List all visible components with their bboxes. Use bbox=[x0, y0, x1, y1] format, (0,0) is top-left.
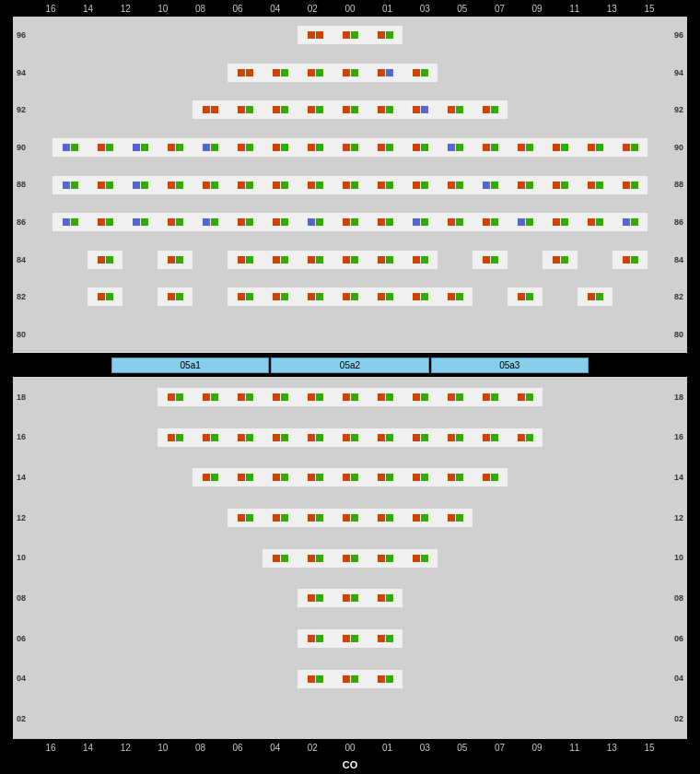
seat[interactable] bbox=[351, 106, 358, 113]
seat[interactable] bbox=[133, 182, 140, 189]
seat[interactable] bbox=[483, 393, 490, 401]
seat[interactable] bbox=[238, 514, 245, 522]
seat[interactable] bbox=[386, 675, 393, 683]
seat[interactable] bbox=[561, 218, 568, 226]
seat[interactable] bbox=[273, 393, 280, 401]
seat[interactable] bbox=[553, 182, 560, 189]
seat[interactable] bbox=[631, 218, 638, 226]
seat[interactable] bbox=[246, 293, 253, 300]
seat[interactable] bbox=[588, 293, 595, 300]
seat[interactable] bbox=[491, 474, 498, 481]
seat[interactable] bbox=[176, 393, 183, 401]
seat[interactable] bbox=[491, 144, 498, 151]
seat[interactable] bbox=[246, 69, 253, 76]
seat[interactable] bbox=[413, 293, 420, 300]
seat[interactable] bbox=[421, 106, 428, 113]
seat[interactable] bbox=[343, 514, 350, 522]
seat[interactable] bbox=[351, 514, 358, 522]
seat[interactable] bbox=[386, 474, 393, 481]
seat[interactable] bbox=[588, 218, 595, 226]
seat[interactable] bbox=[168, 144, 175, 151]
seat[interactable] bbox=[308, 434, 315, 441]
seat[interactable] bbox=[351, 218, 358, 226]
seat[interactable] bbox=[308, 393, 315, 401]
seat[interactable] bbox=[238, 256, 245, 264]
seat[interactable] bbox=[483, 106, 490, 113]
seat[interactable] bbox=[631, 144, 638, 151]
seat[interactable] bbox=[316, 635, 323, 642]
seat[interactable] bbox=[483, 182, 490, 189]
seat[interactable] bbox=[238, 434, 245, 441]
seat[interactable] bbox=[386, 393, 393, 401]
seat[interactable] bbox=[211, 144, 218, 151]
seat[interactable] bbox=[308, 31, 315, 39]
seat[interactable] bbox=[386, 31, 393, 39]
seat[interactable] bbox=[483, 144, 490, 151]
seat[interactable] bbox=[343, 31, 350, 39]
seat[interactable] bbox=[211, 474, 218, 481]
seat[interactable] bbox=[203, 434, 210, 441]
seat[interactable] bbox=[623, 144, 630, 151]
seat[interactable] bbox=[273, 514, 280, 522]
seat[interactable] bbox=[448, 393, 455, 401]
seat[interactable] bbox=[316, 474, 323, 481]
seat[interactable] bbox=[246, 256, 253, 264]
seat[interactable] bbox=[526, 434, 533, 441]
seat[interactable] bbox=[238, 293, 245, 300]
seat[interactable] bbox=[588, 182, 595, 189]
seat[interactable] bbox=[413, 393, 420, 401]
seat[interactable] bbox=[491, 218, 498, 226]
seat[interactable] bbox=[343, 256, 350, 264]
seat[interactable] bbox=[238, 474, 245, 481]
seat[interactable] bbox=[211, 434, 218, 441]
seat[interactable] bbox=[413, 474, 420, 481]
seat[interactable] bbox=[561, 256, 568, 264]
seat[interactable] bbox=[483, 474, 490, 481]
seat[interactable] bbox=[316, 393, 323, 401]
seat[interactable] bbox=[413, 434, 420, 441]
seat[interactable] bbox=[203, 218, 210, 226]
seat[interactable] bbox=[106, 256, 113, 264]
seat[interactable] bbox=[176, 256, 183, 264]
seat[interactable] bbox=[238, 182, 245, 189]
seat[interactable] bbox=[378, 293, 385, 300]
seat[interactable] bbox=[63, 182, 70, 189]
seat[interactable] bbox=[413, 106, 420, 113]
seat[interactable] bbox=[316, 434, 323, 441]
seat[interactable] bbox=[596, 293, 603, 300]
seat[interactable] bbox=[588, 144, 595, 151]
seat[interactable] bbox=[141, 144, 148, 151]
seat[interactable] bbox=[308, 256, 315, 264]
seat[interactable] bbox=[203, 106, 210, 113]
seat[interactable] bbox=[448, 434, 455, 441]
seat[interactable] bbox=[413, 514, 420, 522]
seat[interactable] bbox=[491, 182, 498, 189]
seat[interactable] bbox=[378, 218, 385, 226]
seat[interactable] bbox=[386, 256, 393, 264]
seat[interactable] bbox=[448, 218, 455, 226]
seat[interactable] bbox=[281, 218, 288, 226]
seat[interactable] bbox=[518, 144, 525, 151]
seat[interactable] bbox=[491, 434, 498, 441]
seat[interactable] bbox=[98, 293, 105, 300]
seat[interactable] bbox=[448, 514, 455, 522]
seat[interactable] bbox=[168, 434, 175, 441]
seat[interactable] bbox=[631, 182, 638, 189]
seat[interactable] bbox=[281, 256, 288, 264]
seat[interactable] bbox=[211, 182, 218, 189]
seat[interactable] bbox=[281, 434, 288, 441]
seat[interactable] bbox=[553, 256, 560, 264]
seat[interactable] bbox=[421, 256, 428, 264]
seat[interactable] bbox=[246, 474, 253, 481]
seat[interactable] bbox=[378, 31, 385, 39]
seat[interactable] bbox=[518, 218, 525, 226]
seat[interactable] bbox=[351, 635, 358, 642]
seat[interactable] bbox=[281, 555, 288, 562]
seat[interactable] bbox=[421, 434, 428, 441]
seat[interactable] bbox=[351, 393, 358, 401]
seat[interactable] bbox=[98, 256, 105, 264]
seat[interactable] bbox=[246, 106, 253, 113]
seat[interactable] bbox=[273, 474, 280, 481]
seat[interactable] bbox=[316, 594, 323, 602]
seat[interactable] bbox=[141, 218, 148, 226]
